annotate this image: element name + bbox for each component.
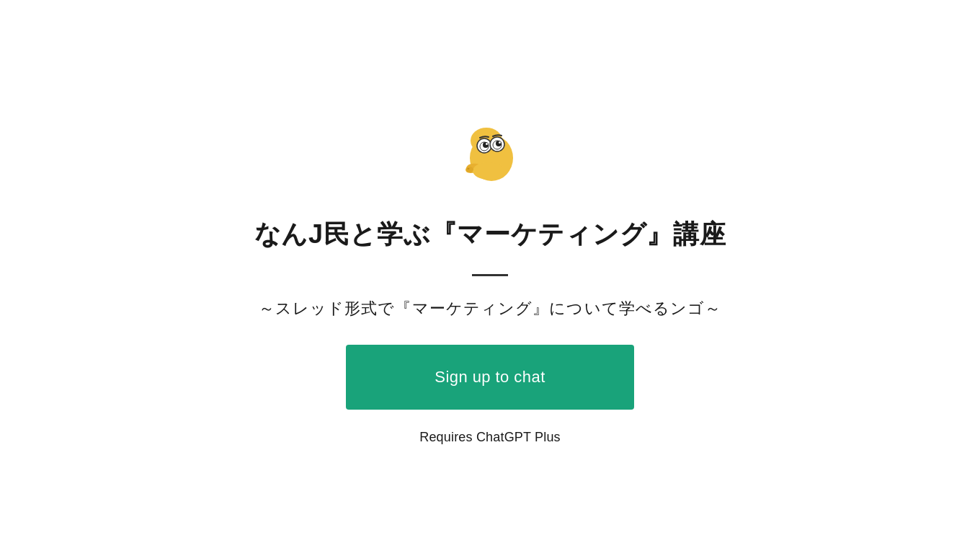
svg-point-10 bbox=[499, 141, 501, 144]
svg-point-12 bbox=[468, 168, 470, 169]
svg-point-2 bbox=[473, 162, 504, 180]
mascot-container bbox=[447, 106, 533, 195]
title-divider bbox=[472, 274, 508, 276]
svg-point-9 bbox=[496, 141, 502, 146]
requires-text: Requires ChatGPT Plus bbox=[419, 430, 561, 445]
subtitle: ～スレッド形式で『マーケティング』について学べるンゴ～ bbox=[259, 298, 722, 319]
svg-point-6 bbox=[486, 143, 488, 145]
svg-point-11 bbox=[466, 167, 473, 172]
mascot-icon bbox=[447, 106, 533, 193]
svg-point-5 bbox=[483, 142, 489, 148]
page-container: なんJ民と学ぶ『マーケティング』講座 ～スレッド形式で『マーケティング』について… bbox=[0, 0, 980, 551]
main-title: なんJ民と学ぶ『マーケティング』講座 bbox=[254, 217, 726, 252]
signup-button[interactable]: Sign up to chat bbox=[346, 345, 634, 410]
